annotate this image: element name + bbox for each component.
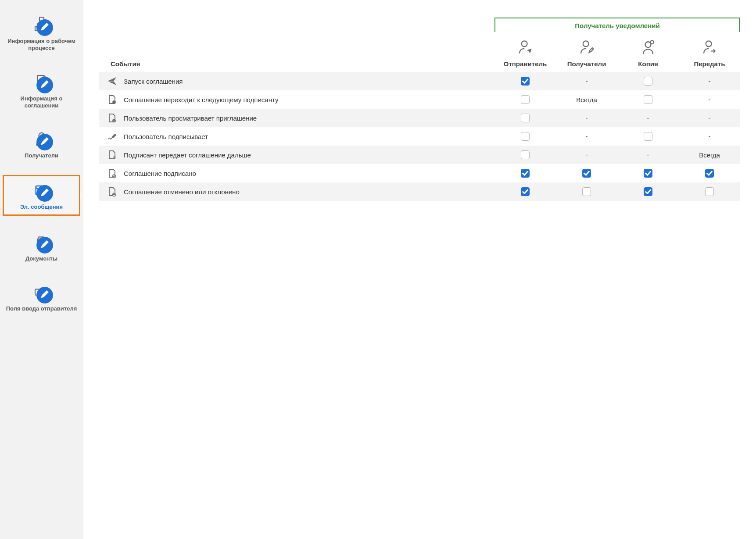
column-header-forward: Передать xyxy=(679,38,740,68)
checkbox[interactable] xyxy=(521,95,530,104)
column-header-cc: Копия xyxy=(617,38,679,68)
dash: - xyxy=(585,132,588,140)
event-cell: Соглашение переходит к следующему подпис… xyxy=(99,94,494,105)
sidebar-item-sender-fields[interactable]: Поля ввода отправителя xyxy=(0,278,83,316)
forward-icon xyxy=(700,38,719,57)
cell xyxy=(494,114,556,122)
sender-icon xyxy=(516,38,535,57)
view-icon xyxy=(106,112,118,124)
dash: - xyxy=(585,77,588,85)
send-icon xyxy=(106,75,118,87)
checkbox[interactable] xyxy=(644,187,652,196)
table-row: Соглашение переходит к следующему подпис… xyxy=(99,90,740,109)
table-row: Пользователь подписывает-- xyxy=(99,127,740,146)
checkbox[interactable] xyxy=(521,150,530,159)
cell xyxy=(617,95,679,104)
event-cell: Соглашение отменено или отклонено xyxy=(99,186,494,197)
workflow-icon xyxy=(31,14,52,35)
checkbox[interactable] xyxy=(644,95,652,104)
sidebar-item-label: Информация о соглашении xyxy=(5,95,78,110)
sidebar-item-workflow-info[interactable]: Информация о рабочем процессе xyxy=(0,11,83,56)
svg-point-16 xyxy=(706,41,712,46)
input-field-icon xyxy=(31,282,52,303)
checkbox[interactable] xyxy=(521,187,530,196)
cell xyxy=(494,77,556,86)
sidebar-item-documents[interactable]: Документы xyxy=(0,228,83,266)
dash: - xyxy=(708,77,710,85)
cell: - xyxy=(556,114,617,122)
checkbox[interactable] xyxy=(644,132,652,141)
svg-point-20 xyxy=(114,120,115,121)
event-label: Запуск соглашения xyxy=(124,78,183,85)
table-row: Соглашение отменено или отклонено xyxy=(99,182,740,201)
checkbox[interactable] xyxy=(705,169,714,178)
column-label: Копия xyxy=(617,60,679,68)
table-row: Пользователь просматривает приглашение--… xyxy=(99,109,740,127)
event-label: Подписант передает соглашение дальше xyxy=(124,151,251,159)
cell xyxy=(617,169,679,178)
table-body: Запуск соглашения--Соглашение переходит … xyxy=(99,72,740,201)
cell: - xyxy=(679,132,740,140)
cell xyxy=(494,95,556,104)
event-label: Соглашение подписано xyxy=(124,170,196,177)
cell-text: Всегда xyxy=(576,96,597,104)
cc-icon xyxy=(638,38,658,57)
sidebar-item-recipients[interactable]: Получатели xyxy=(0,125,83,163)
dash: - xyxy=(708,96,710,103)
cell xyxy=(494,187,556,196)
main-content: Получатель уведомлений События Отправите… xyxy=(83,0,756,539)
sidebar-item-label: Информация о рабочем процессе xyxy=(5,38,78,52)
svg-point-15 xyxy=(651,41,654,44)
checkbox[interactable] xyxy=(644,169,652,178)
cell: - xyxy=(679,77,740,85)
next-signer-icon xyxy=(106,94,118,105)
table-row: Соглашение подписано xyxy=(99,164,740,182)
event-cell: Запуск соглашения xyxy=(99,75,494,87)
delegate-icon xyxy=(106,149,118,161)
event-cell: Подписант передает соглашение дальше xyxy=(99,149,494,161)
sidebar-item-label: Документы xyxy=(25,255,57,262)
recipients-icon xyxy=(577,38,596,57)
table-row: Подписант передает соглашение дальше--Вс… xyxy=(99,146,740,164)
checkbox[interactable] xyxy=(644,77,652,86)
person-icon xyxy=(31,129,52,150)
table-row: Запуск соглашения-- xyxy=(99,72,740,90)
cell: - xyxy=(556,151,617,159)
cell: - xyxy=(556,77,617,85)
cell xyxy=(494,150,556,159)
signed-icon xyxy=(106,168,118,179)
checkbox[interactable] xyxy=(582,187,591,196)
sign-icon xyxy=(106,131,118,142)
checkbox[interactable] xyxy=(521,169,530,178)
svg-point-13 xyxy=(583,41,589,46)
column-label: Получатели xyxy=(556,60,617,68)
svg-point-12 xyxy=(522,41,527,46)
cell: Всегда xyxy=(679,151,740,159)
event-cell: Пользователь просматривает приглашение xyxy=(99,112,494,124)
cell-text: Всегда xyxy=(699,151,720,159)
checkbox[interactable] xyxy=(521,132,530,141)
email-icon xyxy=(31,180,52,201)
checkbox[interactable] xyxy=(521,114,530,122)
cell xyxy=(679,169,740,178)
dash: - xyxy=(708,132,710,140)
checkbox[interactable] xyxy=(582,169,591,178)
cell: - xyxy=(556,132,617,140)
documents-icon xyxy=(31,232,52,253)
cell: - xyxy=(679,96,740,104)
sidebar: Информация о рабочем процессе Информация… xyxy=(0,0,83,539)
column-label: Отправитель xyxy=(494,60,556,68)
sidebar-item-agreement-info[interactable]: Информация о соглашении xyxy=(0,68,83,113)
dash: - xyxy=(585,114,588,121)
dash: - xyxy=(647,151,649,158)
checkbox[interactable] xyxy=(705,187,714,196)
sidebar-item-emails[interactable]: Эл. сообщения xyxy=(3,175,80,215)
recipient-group-header: Получатель уведомлений xyxy=(494,18,740,32)
checkbox[interactable] xyxy=(521,77,530,86)
table-header-row: События Отправитель Получатели xyxy=(99,32,740,72)
cell xyxy=(556,187,617,196)
events-column-header: События xyxy=(99,60,494,68)
cell: - xyxy=(617,151,679,159)
cell xyxy=(679,187,740,196)
sidebar-item-label: Эл. сообщения xyxy=(20,203,63,211)
